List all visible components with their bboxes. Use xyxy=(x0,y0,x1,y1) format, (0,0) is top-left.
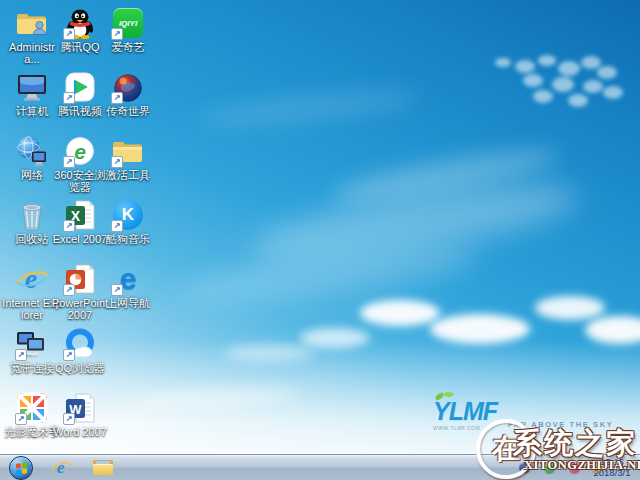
network-globe-icon xyxy=(15,134,49,168)
iqiyi-wordmark: iQIYI xyxy=(119,19,137,28)
shortcut-arrow-icon: ↗ xyxy=(111,156,123,168)
desktop-icon-word-2007[interactable]: W ↗ Word 2007 xyxy=(52,391,108,438)
user-folder-icon xyxy=(15,6,49,40)
taskbar-explorer-button[interactable] xyxy=(90,457,116,478)
ylmf-logo-text: YLMF xyxy=(433,399,497,424)
pinwheel-icon: ↗ xyxy=(15,391,49,425)
shortcut-arrow-icon: ↗ xyxy=(15,413,27,425)
computer-icon xyxy=(15,70,49,104)
navigation-e-icon: e ↗ xyxy=(111,262,145,296)
icon-label: QQ浏览器 xyxy=(50,362,110,374)
desktop-icon-activation-tools[interactable]: ↗ 激活工具 xyxy=(100,134,156,181)
360-browser-icon: e ↗ xyxy=(63,134,97,168)
qq-browser-icon: ↗ xyxy=(63,327,97,361)
start-button[interactable] xyxy=(9,456,33,480)
desktop-icon-kugou-music[interactable]: K ↗ 酷狗音乐 xyxy=(100,198,156,245)
ylmf-logo: YLMF WWW.YLMF.COM xyxy=(433,399,497,431)
taskbar-internet-explorer-button[interactable]: e xyxy=(48,457,74,478)
shortcut-arrow-icon: ↗ xyxy=(63,28,75,40)
icon-label: Word 2007 xyxy=(50,426,110,438)
folder-icon: ↗ xyxy=(111,134,145,168)
leaf-icon xyxy=(444,391,454,398)
shortcut-arrow-icon: ↗ xyxy=(63,413,75,425)
iqiyi-icon: iQIYI ↗ xyxy=(111,6,145,40)
excel-icon: X ↗ xyxy=(63,198,97,232)
shortcut-arrow-icon: ↗ xyxy=(63,349,75,361)
kugou-icon: K ↗ xyxy=(111,198,145,232)
shortcut-arrow-icon: ↗ xyxy=(63,220,75,232)
ie-icon: e xyxy=(51,457,72,478)
shortcut-arrow-icon: ↗ xyxy=(111,28,123,40)
desktop-wallpaper[interactable]: YLMF WWW.YLMF.COM FAR ABOVE THE SKY Admi… xyxy=(0,0,640,480)
tencent-video-icon: ↗ xyxy=(63,70,97,104)
360-e-glyph: e xyxy=(74,140,86,163)
windows-flag-icon xyxy=(15,462,26,474)
tray-360-icon[interactable] xyxy=(544,462,555,473)
svg-text:e: e xyxy=(56,457,64,477)
desktop-icon-iqiyi[interactable]: iQIYI ↗ 爱奇艺 xyxy=(100,6,156,53)
desktop-icon-web-navigation[interactable]: e ↗ 上网导航 xyxy=(100,262,156,309)
shortcut-arrow-icon: ↗ xyxy=(63,284,75,296)
powerpoint-icon: ↗ xyxy=(63,262,97,296)
ylmf-tagline: FAR ABOVE THE SKY xyxy=(508,420,613,429)
recycle-bin-icon xyxy=(15,198,49,232)
ylmf-url-text: WWW.YLMF.COM xyxy=(433,425,497,431)
shortcut-arrow-icon: ↗ xyxy=(63,156,75,168)
icon-label: 激活工具 xyxy=(98,169,158,181)
shortcut-arrow-icon: ↗ xyxy=(63,92,75,104)
tray-qq-icon[interactable] xyxy=(519,462,530,473)
word-icon: W ↗ xyxy=(63,391,97,425)
shortcut-arrow-icon: ↗ xyxy=(111,92,123,104)
shortcut-arrow-icon: ↗ xyxy=(111,220,123,232)
icon-label: 酷狗音乐 xyxy=(98,233,158,245)
broadband-icon: ↗ xyxy=(15,327,49,361)
kugou-k-glyph: K xyxy=(122,205,134,225)
shortcut-arrow-icon: ↗ xyxy=(15,349,27,361)
desktop-icon-qq-browser[interactable]: ↗ QQ浏览器 xyxy=(52,327,108,374)
taskbar-clock[interactable]: 15:16 2018/3/1 xyxy=(586,457,638,479)
taskbar: e 15:16 2018/3/1 xyxy=(0,454,640,480)
folder-icon xyxy=(93,460,113,475)
qq-penguin-icon: ↗ xyxy=(63,6,97,40)
icon-label: 爱奇艺 xyxy=(98,41,158,53)
game-orb-icon: ↗ xyxy=(111,70,145,104)
shortcut-arrow-icon: ↗ xyxy=(111,284,123,296)
icon-label: 上网导航 xyxy=(98,297,158,309)
ie-e-glyph: e xyxy=(25,263,37,294)
leaf-icon xyxy=(434,392,444,400)
desktop-icon-chuanqi-shijie[interactable]: ↗ 传奇世界 xyxy=(100,70,156,117)
icon-label: 传奇世界 xyxy=(98,105,158,117)
internet-explorer-icon: e xyxy=(15,262,49,296)
clock-date: 2018/3/1 xyxy=(586,468,638,479)
tray-kugou-icon[interactable] xyxy=(569,462,580,473)
desktop-icon-grid: Administra... ↗ 腾讯QQ iQIYI ↗ 爱奇艺 计算机 xyxy=(4,0,174,456)
